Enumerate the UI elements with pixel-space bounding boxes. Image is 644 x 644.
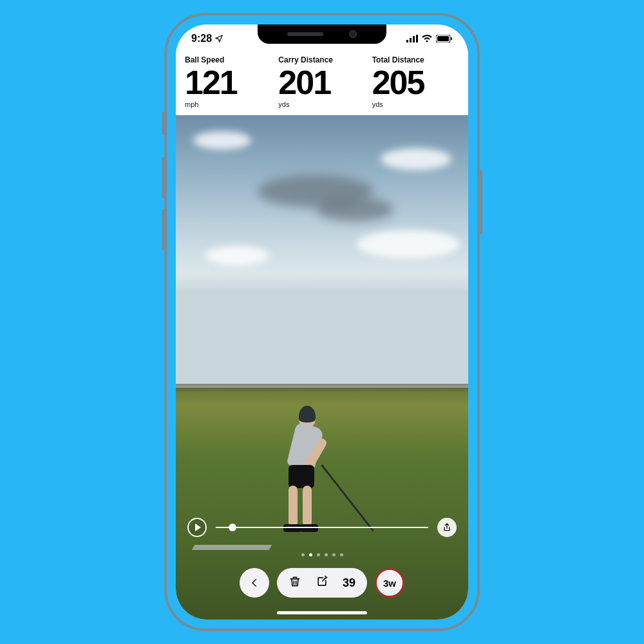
metric-value: 205: [372, 66, 459, 99]
action-group: 39: [277, 568, 367, 598]
front-camera: [349, 30, 357, 38]
svg-rect-2: [413, 36, 415, 43]
metric-total-distance: Total Distance 205 yds: [372, 55, 459, 108]
page-dot[interactable]: [332, 553, 336, 556]
metric-ball-speed: Ball Speed 121 mph: [185, 55, 272, 108]
edit-button[interactable]: [316, 575, 328, 591]
metric-label: Total Distance: [372, 55, 459, 64]
hitting-mat: [192, 545, 272, 550]
page-dot[interactable]: [301, 553, 305, 556]
swing-video[interactable]: 39 3w: [176, 115, 468, 620]
metric-value: 201: [278, 66, 365, 99]
delete-button[interactable]: [289, 575, 301, 591]
metric-label: Carry Distance: [278, 55, 365, 64]
metric-unit: yds: [372, 100, 459, 108]
play-icon: [195, 524, 201, 531]
speaker-grille: [287, 32, 323, 36]
scrubber-thumb[interactable]: [229, 524, 236, 531]
svg-rect-7: [451, 37, 452, 40]
phone-frame: 9:28 Ball Speed 121 mph: [164, 13, 480, 631]
metrics-header: Ball Speed 121 mph Carry Distance 201 yd…: [176, 53, 468, 115]
wifi-icon: [422, 35, 432, 43]
back-button[interactable]: [240, 568, 269, 598]
video-sky: [176, 115, 468, 388]
play-button[interactable]: [187, 518, 207, 537]
location-icon: [214, 34, 223, 43]
metric-carry-distance: Carry Distance 201 yds: [278, 55, 365, 108]
phone-side-button: [162, 112, 166, 135]
svg-rect-1: [410, 38, 412, 43]
phone-side-button: [162, 157, 166, 198]
notch: [258, 24, 386, 44]
svg-rect-0: [406, 40, 408, 43]
svg-point-4: [426, 41, 428, 43]
share-button[interactable]: [437, 518, 457, 537]
page-dot-active[interactable]: [309, 553, 312, 556]
chevron-left-icon: [249, 577, 260, 589]
metric-unit: yds: [278, 100, 365, 108]
cellular-icon: [406, 35, 418, 43]
scrubber-track[interactable]: [216, 527, 428, 528]
playback-controls: [176, 518, 468, 537]
home-indicator[interactable]: [277, 611, 367, 614]
trash-icon: [289, 575, 301, 588]
phone-side-button: [478, 170, 482, 234]
status-time: 9:28: [191, 33, 212, 44]
metric-unit: mph: [185, 100, 272, 108]
page-dot[interactable]: [340, 553, 343, 556]
club-label: 3w: [383, 578, 396, 589]
bottom-toolbar: 39 3w: [176, 568, 468, 598]
svg-rect-3: [416, 35, 418, 43]
edit-icon: [316, 575, 328, 588]
share-icon: [442, 522, 452, 533]
page-dot[interactable]: [325, 553, 328, 556]
battery-icon: [436, 35, 453, 43]
screen: 9:28 Ball Speed 121 mph: [176, 24, 468, 620]
metric-value: 121: [185, 66, 272, 99]
page-indicator[interactable]: [176, 553, 468, 556]
metric-label: Ball Speed: [185, 55, 272, 64]
shot-number[interactable]: 39: [343, 576, 355, 590]
phone-side-button: [162, 209, 166, 250]
club-selector[interactable]: 3w: [375, 568, 404, 598]
page-dot[interactable]: [317, 553, 320, 556]
svg-rect-6: [437, 36, 449, 41]
